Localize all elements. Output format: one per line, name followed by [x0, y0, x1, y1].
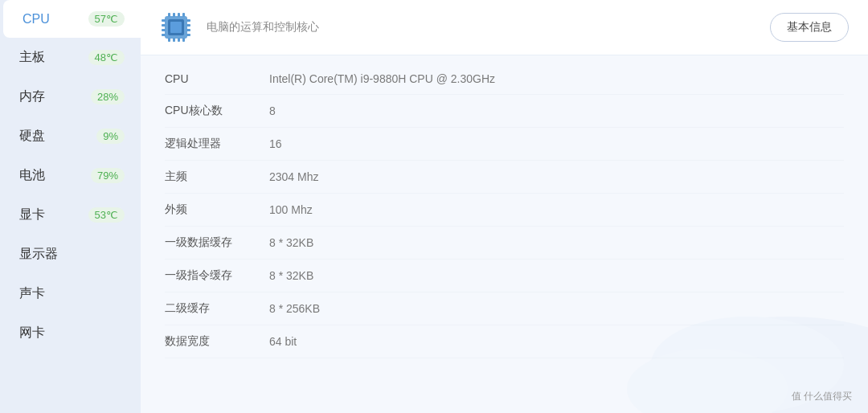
sidebar-item-monitor[interactable]: 显示器 — [0, 235, 141, 274]
info-value: Intel(R) Core(TM) i9-9880H CPU @ 2.30GHz — [269, 72, 495, 85]
sidebar-label-battery: 电池 — [19, 167, 45, 184]
svg-rect-4 — [173, 13, 175, 17]
sidebar-badge-battery: 79% — [91, 168, 125, 183]
table-row: 逻辑处理器16 — [165, 128, 844, 161]
sidebar-item-network[interactable]: 网卡 — [0, 313, 141, 353]
svg-rect-6 — [182, 13, 185, 17]
sidebar: CPU57℃主板48℃内存28%硬盘9%电池79%显卡53℃显示器声卡网卡 — [0, 0, 141, 413]
info-label: 二级缓存 — [165, 301, 269, 316]
svg-rect-10 — [182, 38, 185, 42]
info-value: 16 — [269, 137, 282, 150]
sidebar-item-memory[interactable]: 内存28% — [0, 77, 141, 117]
sidebar-label-memory: 内存 — [19, 88, 45, 105]
svg-rect-8 — [173, 38, 175, 42]
info-label: 外频 — [165, 202, 269, 217]
sidebar-label-gpu: 显卡 — [19, 206, 45, 223]
svg-rect-5 — [178, 13, 180, 17]
watermark-text: 值 什么值得买 — [792, 390, 852, 403]
header-left: 电脑的运算和控制核心 — [157, 8, 319, 47]
table-row: CPU核心数8 — [165, 95, 844, 128]
svg-rect-13 — [162, 29, 166, 31]
cpu-info-table: CPUIntel(R) Core(TM) i9-9880H CPU @ 2.30… — [141, 55, 868, 413]
sidebar-label-soundcard: 声卡 — [19, 285, 45, 302]
info-label: 逻辑处理器 — [165, 137, 269, 151]
info-value: 8 * 32KB — [269, 236, 313, 249]
info-label: CPU — [165, 72, 269, 85]
main-header: 电脑的运算和控制核心 基本信息 — [141, 0, 868, 55]
table-row: 外频100 Mhz — [165, 194, 844, 227]
svg-rect-12 — [162, 24, 166, 27]
sidebar-item-cpu[interactable]: CPU57℃ — [3, 0, 141, 38]
info-value: 64 bit — [269, 335, 297, 348]
info-value: 100 Mhz — [269, 203, 313, 216]
svg-rect-2 — [170, 22, 182, 33]
info-value: 2304 Mhz — [269, 170, 318, 183]
svg-rect-9 — [178, 38, 180, 42]
sidebar-badge-motherboard: 48℃ — [88, 50, 125, 65]
info-label: 主频 — [165, 170, 269, 184]
svg-rect-17 — [186, 29, 190, 31]
header-subtitle: 电脑的运算和控制核心 — [207, 20, 319, 35]
table-row: CPUIntel(R) Core(TM) i9-9880H CPU @ 2.30… — [165, 63, 844, 95]
cpu-icon — [157, 8, 195, 47]
info-label: 一级数据缓存 — [165, 235, 269, 250]
table-row: 一级数据缓存8 * 32KB — [165, 227, 844, 260]
info-label: 一级指令缓存 — [165, 268, 269, 283]
sidebar-badge-gpu: 53℃ — [88, 207, 125, 223]
svg-rect-3 — [168, 13, 170, 17]
sidebar-item-motherboard[interactable]: 主板48℃ — [0, 38, 141, 77]
sidebar-item-soundcard[interactable]: 声卡 — [0, 274, 141, 313]
info-value: 8 * 32KB — [269, 269, 313, 282]
sidebar-label-network: 网卡 — [19, 325, 45, 341]
table-row: 一级指令缓存8 * 32KB — [165, 260, 844, 292]
main-content: 电脑的运算和控制核心 基本信息 CPUIntel(R) Core(TM) i9-… — [141, 0, 868, 413]
sidebar-badge-memory: 28% — [91, 89, 125, 104]
svg-rect-14 — [162, 34, 166, 36]
info-value: 8 * 256KB — [269, 302, 320, 315]
sidebar-item-battery[interactable]: 电池79% — [0, 156, 141, 195]
info-label: CPU核心数 — [165, 104, 269, 118]
svg-rect-16 — [186, 24, 190, 27]
info-label: 数据宽度 — [165, 334, 269, 349]
sidebar-label-motherboard: 主板 — [19, 49, 45, 66]
table-row: 主频2304 Mhz — [165, 161, 844, 194]
sidebar-label-disk: 硬盘 — [19, 128, 45, 145]
sidebar-label-monitor: 显示器 — [19, 246, 58, 263]
table-row: 数据宽度64 bit — [165, 325, 844, 358]
basic-info-button[interactable]: 基本信息 — [770, 13, 849, 42]
watermark: 值 什么值得买 — [792, 390, 852, 403]
sidebar-item-disk[interactable]: 硬盘9% — [0, 117, 141, 156]
sidebar-badge-disk: 9% — [96, 129, 125, 144]
sidebar-label-cpu: CPU — [23, 12, 50, 27]
table-row: 二级缓存8 * 256KB — [165, 292, 844, 325]
svg-rect-18 — [186, 34, 190, 36]
sidebar-item-gpu[interactable]: 显卡53℃ — [0, 195, 141, 235]
svg-rect-15 — [186, 19, 190, 22]
svg-rect-7 — [168, 38, 170, 42]
sidebar-badge-cpu: 57℃ — [88, 11, 125, 27]
info-value: 8 — [269, 104, 276, 117]
svg-rect-11 — [162, 19, 166, 22]
